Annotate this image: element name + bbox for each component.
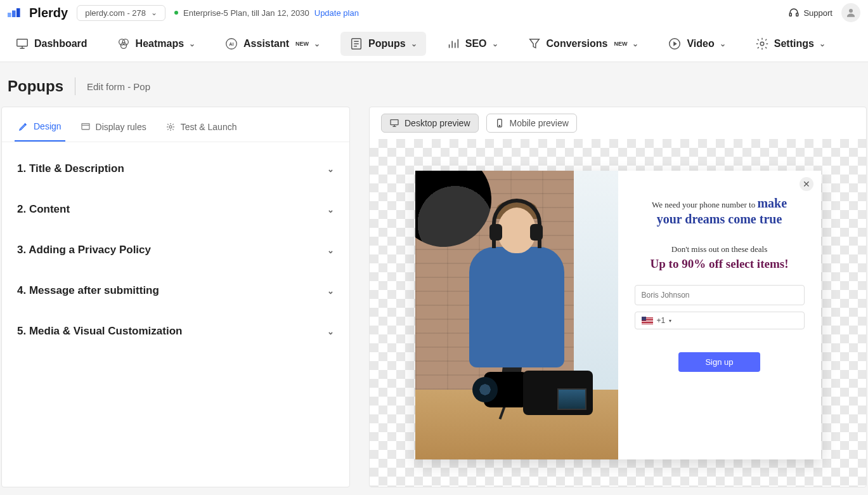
svg-rect-17 [391, 120, 398, 125]
svg-point-16 [169, 126, 172, 128]
new-badge: NEW [295, 41, 309, 47]
nav-conversions-label: Conversions [547, 38, 608, 50]
divider [75, 77, 75, 95]
popup-sub1: Don't miss out on these deals [635, 244, 805, 254]
svg-text:AI: AI [229, 41, 233, 46]
editor-panel: Design Display rules Test & Launch 1. Ti… [1, 107, 350, 487]
breadcrumb: Edit form - Pop [87, 81, 150, 92]
site-selector-label: plerdy.com - 278 [85, 8, 146, 18]
accordion-message-after[interactable]: 4. Message after submitting ⌄ [2, 270, 349, 311]
chevron-down-icon: ⌄ [819, 39, 826, 48]
svg-rect-3 [790, 13, 792, 16]
new-badge: NEW [614, 41, 627, 47]
chevron-down-icon: ⌄ [151, 8, 157, 17]
tab-test-launch-label: Test & Launch [181, 122, 237, 132]
nav-seo-label: SEO [465, 38, 487, 50]
brand-name: Plerdy [29, 6, 68, 20]
form-icon [349, 37, 363, 51]
nav-dashboard[interactable]: Dashboard [6, 32, 96, 56]
signup-button[interactable]: Sign up [678, 352, 760, 372]
nav-assistant[interactable]: AI Assistant NEW ⌄ [216, 32, 329, 56]
funnel-icon [528, 37, 541, 51]
nav-assistant-label: Assistant [243, 38, 289, 50]
circles-icon [117, 37, 131, 51]
window-icon [81, 122, 91, 132]
name-input[interactable] [635, 285, 805, 305]
accordion-title-description[interactable]: 1. Title & Description ⌄ [2, 148, 349, 189]
accordion-label: 4. Message after submitting [17, 284, 159, 297]
update-plan-link[interactable]: Update plan [314, 8, 359, 18]
chevron-down-icon: ⌄ [189, 39, 195, 48]
nav-video-label: Video [687, 38, 714, 50]
mobile-preview-label: Mobile preview [510, 118, 569, 128]
accordion-label: 1. Title & Description [17, 162, 124, 175]
caret-down-icon: ▾ [669, 318, 671, 324]
country-code: +1 [657, 316, 666, 325]
site-selector[interactable]: plerdy.com - 278 ⌄ [77, 5, 165, 21]
page-title: Popups [8, 77, 63, 95]
svg-point-9 [120, 43, 126, 48]
svg-rect-15 [82, 124, 89, 129]
status-dot-icon [174, 11, 178, 15]
chevron-down-icon: ⌄ [327, 205, 334, 214]
tab-test-launch[interactable]: Test & Launch [162, 116, 241, 142]
nav-seo[interactable]: SEO ⌄ [437, 32, 507, 56]
svg-point-8 [122, 39, 128, 44]
close-button[interactable]: ✕ [800, 177, 813, 191]
gear-icon [755, 37, 769, 51]
chevron-down-icon: ⌄ [327, 164, 334, 174]
svg-point-19 [499, 125, 500, 126]
support-label: Support [803, 8, 832, 18]
preview-canvas: ✕ [370, 139, 866, 487]
play-icon [668, 37, 682, 51]
chevron-down-icon: ⌄ [327, 286, 334, 296]
nav-video[interactable]: Video ⌄ [659, 32, 734, 56]
svg-point-14 [760, 42, 764, 46]
ai-icon: AI [224, 37, 238, 51]
popup-preview: ✕ [415, 171, 821, 459]
accordion-content[interactable]: 2. Content ⌄ [2, 189, 349, 230]
svg-rect-1 [12, 11, 16, 18]
mobile-icon [495, 118, 505, 128]
accordion-label: 3. Adding a Privacy Policy [17, 244, 151, 256]
accordion-media-visual[interactable]: 5. Media & Visual Customization ⌄ [2, 311, 349, 352]
nav-conversions[interactable]: Conversions NEW ⌄ [519, 32, 648, 56]
tab-display-rules[interactable]: Display rules [77, 116, 150, 142]
svg-point-5 [849, 9, 853, 13]
close-icon: ✕ [803, 179, 810, 189]
popup-headline-line1: We need your phone number to make [635, 196, 805, 211]
preview-panel: Desktop preview Mobile preview ✕ [369, 107, 867, 487]
support-link[interactable]: Support [788, 7, 832, 18]
svg-rect-4 [796, 13, 798, 16]
svg-rect-0 [8, 13, 11, 17]
monitor-icon [15, 37, 29, 51]
phone-input[interactable]: +1 ▾ [635, 312, 805, 329]
tab-design[interactable]: Design [15, 116, 65, 142]
person-icon [845, 7, 857, 18]
logo-icon [8, 6, 25, 19]
user-avatar[interactable] [841, 3, 860, 22]
headline-accent1: make [757, 196, 787, 210]
brand-logo[interactable]: Plerdy [8, 6, 68, 20]
popup-sub2: Up to 90% off select items! [635, 257, 805, 271]
popup-headline-line2: your dreams come true [635, 212, 805, 227]
chevron-down-icon: ⌄ [411, 39, 417, 48]
chevron-down-icon: ⌄ [327, 246, 334, 255]
accordion-privacy-policy[interactable]: 3. Adding a Privacy Policy ⌄ [2, 230, 349, 270]
mobile-preview-button[interactable]: Mobile preview [486, 114, 577, 133]
gear-icon [165, 122, 176, 132]
tab-display-rules-label: Display rules [96, 122, 146, 132]
accordion-label: 5. Media & Visual Customization [17, 325, 182, 338]
bars-icon [446, 37, 460, 51]
plan-text: Enterprise-5 Plan, till Jan 12, 2030 [183, 8, 309, 18]
chevron-down-icon: ⌄ [327, 327, 334, 336]
nav-dashboard-label: Dashboard [34, 38, 87, 50]
tab-design-label: Design [34, 121, 62, 131]
nav-popups-label: Popups [368, 38, 406, 50]
nav-popups[interactable]: Popups ⌄ [340, 32, 426, 56]
svg-rect-2 [16, 8, 20, 17]
desktop-preview-button[interactable]: Desktop preview [381, 114, 479, 133]
nav-settings[interactable]: Settings ⌄ [746, 32, 834, 56]
plan-info: Enterprise-5 Plan, till Jan 12, 2030 Upd… [174, 8, 359, 18]
nav-heatmaps[interactable]: Heatmaps ⌄ [108, 32, 204, 56]
